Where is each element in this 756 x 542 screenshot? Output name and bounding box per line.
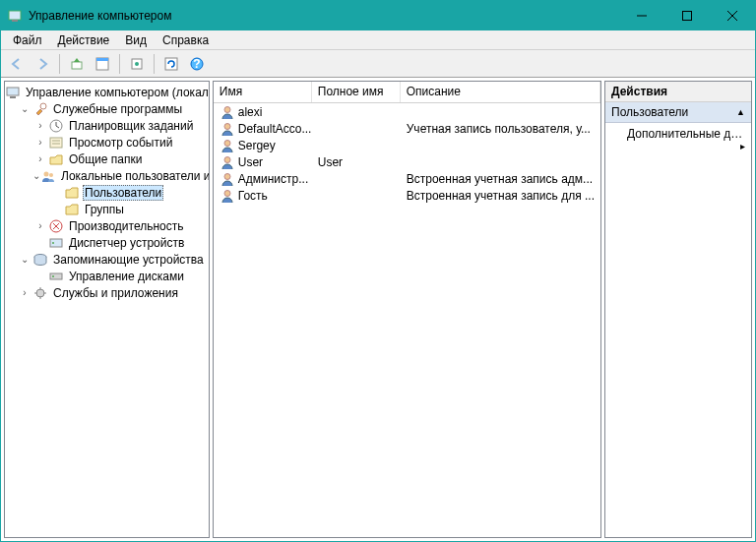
expander-closed-icon[interactable]: › (32, 118, 48, 134)
menu-view[interactable]: Вид (117, 31, 155, 49)
tree-label: Управление компьютером (локальным) (24, 85, 210, 100)
user-icon (220, 154, 235, 170)
tree-local-users-groups[interactable]: ⌄ Локальные пользователи и группы (5, 167, 209, 184)
user-icon (220, 121, 235, 137)
table-row[interactable]: ГостьВстроенная учетная запись для ... (214, 187, 600, 204)
expander-open-icon[interactable]: ⌄ (32, 168, 40, 184)
tree-label: Службы и приложения (51, 285, 180, 301)
expander-closed-icon[interactable]: › (32, 218, 48, 234)
table-row[interactable]: DefaultAcco...Учетная запись пользовател… (214, 120, 600, 137)
svg-rect-18 (50, 138, 62, 148)
tree-users[interactable]: Пользователи (5, 184, 209, 201)
table-row[interactable]: UserUser (214, 153, 600, 170)
svg-rect-8 (96, 58, 108, 61)
properties-button[interactable] (91, 52, 114, 76)
svg-rect-3 (683, 12, 692, 21)
tools-icon (32, 101, 48, 117)
up-button[interactable] (65, 52, 89, 76)
expander-open-icon[interactable]: ⌄ (17, 252, 32, 268)
tree-storage[interactable]: ⌄ Запоминающие устройства (5, 251, 209, 268)
table-row[interactable]: Sergey (214, 137, 600, 153)
tree: Управление компьютером (локальным) ⌄ Слу… (5, 82, 209, 303)
tree-system-tools[interactable]: ⌄ Служебные программы (5, 100, 209, 117)
table-row[interactable]: Администр...Встроенная учетная запись ад… (214, 170, 600, 187)
cell-name: Администр... (238, 172, 308, 186)
users-groups-icon (40, 168, 56, 184)
cell-name: alexi (238, 105, 263, 119)
tree-groups[interactable]: Группы (5, 201, 209, 217)
actions-pane: Действия Пользователи ▲ Дополнительные д… (604, 81, 752, 538)
tree-label: Пользователи (83, 185, 163, 201)
menu-file[interactable]: Файл (5, 31, 50, 49)
svg-rect-27 (50, 273, 62, 279)
expander-closed-icon[interactable]: › (32, 151, 48, 167)
expander-open-icon[interactable]: ⌄ (17, 101, 32, 117)
svg-rect-24 (50, 239, 62, 247)
svg-point-21 (44, 171, 49, 176)
tree-task-scheduler[interactable]: › Планировщик заданий (5, 117, 209, 134)
tree-event-viewer[interactable]: › Просмотр событий (5, 134, 209, 151)
forward-button[interactable] (31, 52, 54, 76)
storage-icon (32, 252, 48, 268)
tree-root[interactable]: Управление компьютером (локальным) (5, 84, 209, 100)
tree-services-apps[interactable]: › Службы и приложения (5, 284, 209, 301)
column-description[interactable]: Описание (401, 82, 600, 102)
maximize-button[interactable] (664, 1, 710, 30)
svg-point-33 (224, 156, 230, 162)
tree-device-manager[interactable]: Диспетчер устройств (5, 234, 209, 251)
cell-description: Встроенная учетная запись адм... (407, 172, 593, 186)
minimize-button[interactable] (619, 1, 664, 30)
folder-icon (64, 202, 80, 217)
disk-icon (48, 269, 64, 284)
tree-label: Производительность (67, 218, 185, 234)
expander-closed-icon[interactable]: › (32, 135, 48, 151)
cell-description: Встроенная учетная запись для ... (407, 189, 595, 203)
tree-performance[interactable]: › Производительность (5, 217, 209, 234)
svg-point-32 (224, 140, 230, 146)
svg-text:?: ? (193, 57, 200, 71)
menu-help[interactable]: Справка (155, 31, 217, 49)
refresh-button[interactable] (159, 52, 183, 76)
user-icon (220, 171, 235, 187)
column-name[interactable]: Имя (214, 82, 312, 102)
column-fullname[interactable]: Полное имя (312, 82, 401, 102)
tree-disk-management[interactable]: Управление дисками (5, 268, 209, 284)
table-row[interactable]: alexi (214, 103, 600, 120)
list-pane: Имя Полное имя Описание alexiDefaultAcco… (213, 81, 601, 538)
actions-group-label: Пользователи (611, 105, 688, 119)
svg-point-31 (224, 123, 230, 129)
tree-pane: Управление компьютером (локальным) ⌄ Слу… (4, 81, 210, 538)
user-icon (220, 104, 235, 120)
services-icon (32, 285, 48, 301)
performance-icon (48, 218, 64, 234)
close-button[interactable] (710, 1, 755, 30)
svg-point-30 (224, 106, 230, 112)
back-button[interactable] (5, 52, 29, 76)
actions-group[interactable]: Пользователи ▲ (605, 102, 751, 123)
actions-more[interactable]: Дополнительные дей... ▸ (605, 123, 751, 155)
cell-name: Гость (238, 189, 268, 203)
cell-name: DefaultAcco... (238, 122, 312, 136)
cell-name: User (238, 155, 263, 169)
list-rows: alexiDefaultAcco...Учетная запись пользо… (214, 103, 600, 537)
share-icon (48, 151, 64, 167)
list-header: Имя Полное имя Описание (214, 82, 600, 103)
svg-point-10 (135, 62, 139, 66)
app-icon (7, 8, 23, 24)
device-icon (48, 235, 64, 251)
svg-point-25 (52, 242, 54, 244)
collapse-icon[interactable]: ▲ (736, 107, 745, 117)
svg-rect-6 (72, 62, 82, 69)
computer-icon (5, 85, 21, 100)
window-title: Управление компьютером (29, 9, 619, 23)
tree-label: Запоминающие устройства (51, 252, 206, 268)
tree-label: Служебные программы (51, 101, 184, 117)
user-icon (220, 138, 235, 153)
help-button[interactable]: ? (185, 52, 209, 76)
svg-point-28 (52, 275, 54, 277)
export-button[interactable] (125, 52, 149, 76)
expander-closed-icon[interactable]: › (17, 285, 32, 301)
cell-fullname: User (318, 155, 343, 169)
menu-action[interactable]: Действие (50, 31, 118, 49)
tree-shared-folders[interactable]: › Общие папки (5, 151, 209, 167)
